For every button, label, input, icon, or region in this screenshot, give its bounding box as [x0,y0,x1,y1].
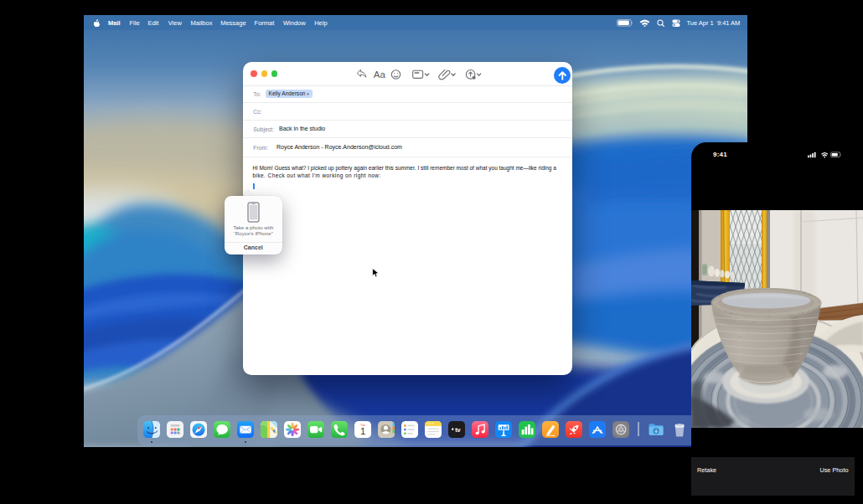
svg-text:1: 1 [360,425,365,435]
svg-text:tv: tv [455,426,461,434]
